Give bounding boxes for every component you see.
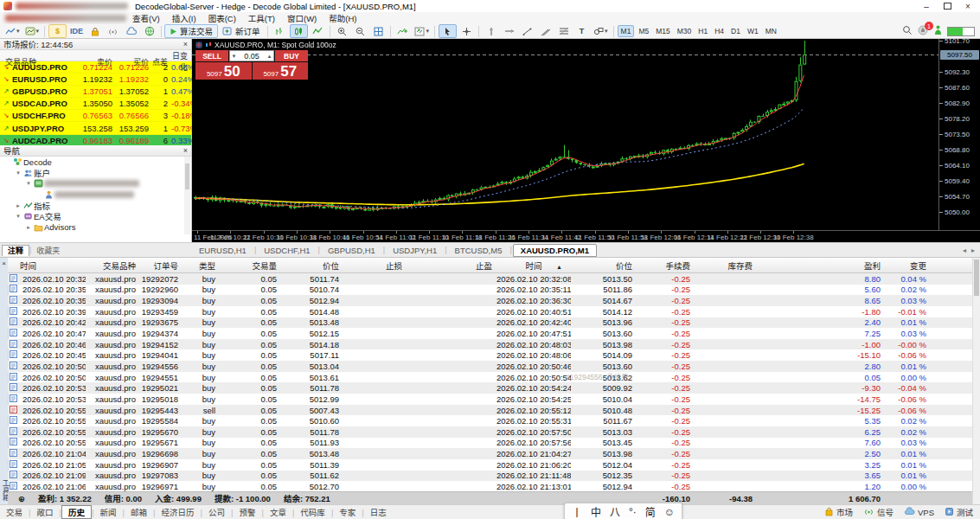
fibonacci-button[interactable] xyxy=(555,25,572,37)
navigator-scrollbar[interactable] xyxy=(184,157,190,234)
maximize-button[interactable] xyxy=(937,0,958,12)
chart-tab[interactable]: BTCUSD,M5 xyxy=(448,245,509,256)
chart-tab[interactable]: USDCHF,H1 xyxy=(257,245,317,256)
history-row[interactable]: 2026.02.10 20:55:43xauusd.pro19295670buy… xyxy=(8,426,973,438)
ime-item[interactable]: 中 xyxy=(591,504,601,519)
horizontal-line-button[interactable] xyxy=(501,25,517,37)
chevron-right-icon[interactable]: ▸ xyxy=(14,202,22,209)
navigator-item[interactable] xyxy=(0,189,191,201)
indicators-button[interactable] xyxy=(394,25,411,37)
sell-price-display[interactable]: 509750 xyxy=(195,62,252,80)
chevron-down-icon[interactable]: ▾ xyxy=(24,180,33,187)
history-column-header[interactable]: 交易量 xyxy=(220,260,281,272)
minimize-button[interactable]: – xyxy=(916,0,937,12)
history-row[interactable]: 2026.02.10 20:55:22xauusd.pro19295584buy… xyxy=(8,415,973,426)
toolbox-tab-item[interactable]: 预警 xyxy=(233,506,261,518)
text-tool-button[interactable]: T xyxy=(573,25,590,37)
history-row[interactable]: 2026.02.10 21:04:17xauusd.pro19296698buy… xyxy=(8,448,973,459)
lock-icon[interactable] xyxy=(86,25,103,37)
history-column-header[interactable]: 价位 xyxy=(571,260,637,272)
profiles-button[interactable]: ▾ xyxy=(23,25,42,37)
status-vps[interactable]: VPS xyxy=(904,507,934,517)
menu-item[interactable]: 工具(T) xyxy=(242,12,281,24)
ide-button[interactable]: IDE xyxy=(68,25,85,37)
cursor-button[interactable] xyxy=(439,24,457,38)
history-scrollbar[interactable] xyxy=(972,258,980,504)
chart-tab[interactable]: USDJPY,H1 xyxy=(386,245,444,256)
ime-item[interactable]: °· xyxy=(629,506,637,518)
bars-chart-button[interactable] xyxy=(272,25,288,37)
history-row[interactable]: 2026.02.10 20:35:32xauusd.pro19293094buy… xyxy=(8,295,973,306)
history-column-header[interactable]: 库存费 xyxy=(695,260,757,272)
navigator-item[interactable]: ▾ xyxy=(0,178,191,189)
history-row[interactable]: 2026.02.10 20:39:20xauusd.pro19293459buy… xyxy=(8,306,973,317)
objects-button[interactable]: ▾ xyxy=(413,25,432,37)
timeframe-w1-button[interactable]: W1 xyxy=(745,26,761,36)
history-column-header[interactable]: 盈利 xyxy=(757,260,885,272)
status-market[interactable]: 市场 xyxy=(824,506,853,518)
history-row[interactable]: 2026.02.10 20:45:24xauusd.pro19294041buy… xyxy=(8,349,973,361)
timeframe-m5-button[interactable]: M5 xyxy=(636,26,651,36)
trendline-button[interactable] xyxy=(519,25,535,37)
history-row[interactable]: 2026.02.10 20:55:45xauusd.pro19295671buy… xyxy=(8,438,973,449)
buy-price-display[interactable]: 509757 xyxy=(253,62,309,80)
market-watch-row[interactable]: ↘USDCHF.PRO0.765630.765663-0.18% xyxy=(0,110,191,122)
timeframe-m30-button[interactable]: M30 xyxy=(675,26,695,36)
ime-item[interactable]: 八 xyxy=(610,504,620,519)
status-tester[interactable]: 测试 xyxy=(945,506,973,518)
timeframe-h4-button[interactable]: H4 xyxy=(712,26,727,36)
timeframe-d1-button[interactable]: D1 xyxy=(728,26,743,36)
toolbox-tab-item[interactable]: 邮箱 xyxy=(125,506,153,518)
toolbox-tab-item[interactable]: 文章 xyxy=(264,506,292,518)
toolbox-tab-item[interactable]: 专家 xyxy=(333,506,362,518)
history-row[interactable]: 2026.02.10 20:47:24xauusd.pro19294374buy… xyxy=(8,328,973,339)
price-axis[interactable]: 5101.705092.305087.605082.905078.205073.… xyxy=(938,39,980,230)
navigator-item-decode[interactable]: Decode xyxy=(0,157,191,168)
toolbox-tab-active[interactable]: 历史 xyxy=(61,505,92,519)
market-watch-row[interactable]: ↘EURUSD.PRO1.192321.1923200.24% xyxy=(0,74,191,86)
funds-icon[interactable]: $ xyxy=(48,24,67,38)
history-row[interactable]: 2026.02.10 20:50:07xauusd.pro19294551buy… xyxy=(8,372,973,383)
market-watch-row[interactable]: ↘AUDUSD.PRO0.712240.7122620.68% xyxy=(0,61,191,74)
navigator-item-advisors[interactable]: ▸Advisors xyxy=(0,222,191,234)
toolbox-tab-item[interactable]: 敞口 xyxy=(30,506,59,518)
timeframe-m15-button[interactable]: M15 xyxy=(653,26,673,36)
crosshair-button[interactable] xyxy=(458,25,475,37)
toolbox-tab-item[interactable]: 公司 xyxy=(202,506,231,518)
history-column-header[interactable]: 价位 xyxy=(281,260,343,272)
chart-tab[interactable]: GBPUSD,H1 xyxy=(321,245,382,256)
volume-stepper[interactable]: ▼0.05▲ xyxy=(229,50,274,61)
timeframe-m1-button[interactable]: M1 xyxy=(618,25,635,37)
chevron-down-icon[interactable]: ▾ xyxy=(14,170,22,176)
history-column-header[interactable]: 时间 xyxy=(8,260,90,272)
algo-trading-button[interactable]: 算法交易 xyxy=(164,24,218,38)
new-order-button[interactable]: 新订单 xyxy=(219,25,264,37)
line-chart-button[interactable] xyxy=(310,25,326,37)
volume-value[interactable]: 0.05 xyxy=(238,52,266,61)
chevron-right-icon[interactable]: ▸ xyxy=(24,224,33,231)
ime-item[interactable]: ☺ xyxy=(664,506,675,518)
history-row[interactable]: 2026.02.10 21:06:30xauusd.pro19296971buy… xyxy=(8,481,973,492)
timeframe-h1-button[interactable]: H1 xyxy=(695,26,710,36)
buy-button[interactable]: BUY xyxy=(275,50,308,61)
history-row[interactable]: 2026.02.10 20:50:31xauusd.pro19294556buy… xyxy=(8,361,973,372)
toolbox-tab-item[interactable]: 代码库 xyxy=(294,506,331,518)
history-row[interactable]: 2026.02.10 20:42:36xauusd.pro19293675buy… xyxy=(8,317,973,329)
chart-type-button[interactable]: ▾ xyxy=(3,25,22,37)
navigator-item-账户[interactable]: ▾账户 xyxy=(0,168,191,179)
toolbox-tab-item[interactable]: 日志 xyxy=(364,506,393,518)
menu-item[interactable]: 帮助(H) xyxy=(323,12,362,24)
zoom-in-button[interactable] xyxy=(334,25,350,37)
toolbox-tab-item[interactable]: 新闻 xyxy=(93,506,122,518)
status-signal[interactable]: 信号 xyxy=(863,506,894,518)
menu-item[interactable]: 查看(V) xyxy=(126,12,166,24)
history-column-header[interactable]: 时间 ▲ xyxy=(496,260,571,272)
search-icon[interactable] xyxy=(902,25,913,37)
navigator-item-指标[interactable]: ▸指标 xyxy=(0,200,191,211)
market-watch-row[interactable]: ↗GBPUSD.PRO1.370511.3705210.47% xyxy=(0,86,191,98)
toolbox-tab-item[interactable]: 经济日历 xyxy=(155,506,200,518)
ime-item[interactable]: 丨 xyxy=(572,504,582,519)
history-column-header[interactable]: 变更 xyxy=(885,260,931,272)
close-button[interactable]: × xyxy=(958,0,978,12)
toolbox-close-icon[interactable]: × xyxy=(0,260,8,267)
